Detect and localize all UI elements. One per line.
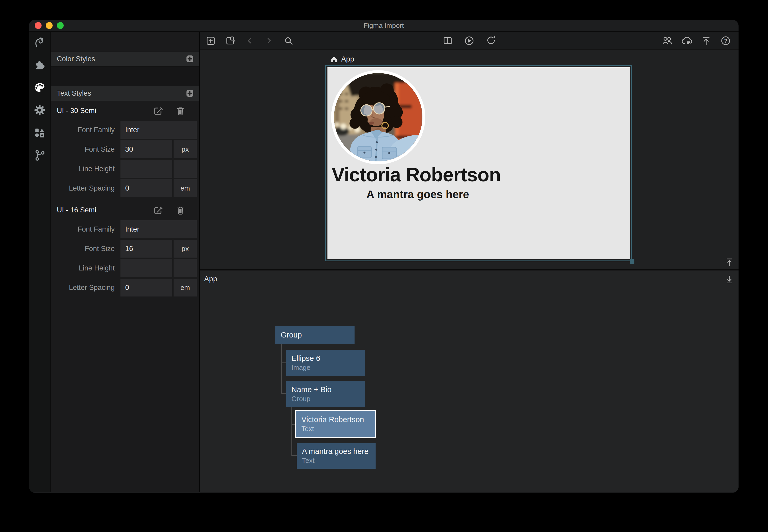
- color-styles-header: Color Styles: [51, 51, 199, 67]
- node-title: Name + Bio: [291, 385, 365, 394]
- delete-style-icon[interactable]: [175, 205, 186, 215]
- profile-photo[interactable]: [331, 70, 425, 164]
- line-height-input[interactable]: [120, 160, 172, 178]
- left-icon-rail: [29, 32, 51, 492]
- line-height-unit[interactable]: [174, 259, 197, 277]
- styles-palette-icon[interactable]: [33, 81, 46, 94]
- line-height-label: Line Height: [51, 259, 120, 277]
- resize-handle[interactable]: [630, 259, 634, 264]
- breadcrumb-label: App: [341, 55, 354, 63]
- line-height-row: Line Height: [51, 160, 199, 178]
- font-family-row: Font Family Inter: [51, 220, 199, 238]
- font-size-unit[interactable]: px: [174, 140, 197, 158]
- preview-play-icon[interactable]: [463, 35, 475, 47]
- styles-panel: Color Styles Text Styles: [51, 32, 200, 492]
- color-styles-empty-area: [51, 67, 199, 86]
- edit-style-icon[interactable]: [152, 105, 163, 116]
- split-view-icon[interactable]: [442, 35, 454, 47]
- tree-connector: [291, 424, 295, 425]
- add-color-style-button[interactable]: [186, 55, 193, 63]
- node-subtitle: Image: [291, 364, 365, 372]
- node-subtitle: Text: [301, 425, 375, 433]
- node-title: Group: [281, 331, 354, 339]
- text-styles-title: Text Styles: [57, 89, 91, 98]
- screen: Figma Import: [0, 0, 768, 532]
- text-style-item-header: UI - 30 Semi: [51, 102, 199, 119]
- text-style-name: UI - 16 Semi: [57, 206, 96, 214]
- refresh-icon[interactable]: [485, 35, 497, 47]
- plugins-icon[interactable]: [33, 59, 46, 71]
- node-subtitle: Group: [291, 395, 365, 403]
- add-text-style-button[interactable]: [186, 90, 193, 97]
- color-styles-title: Color Styles: [57, 55, 95, 63]
- graph-node-group[interactable]: Group: [275, 326, 354, 344]
- styles-panel-spacer: [51, 32, 199, 51]
- nav-back-icon[interactable]: [243, 35, 256, 47]
- node-connections-icon[interactable]: [33, 36, 46, 49]
- deploy-upload-icon[interactable]: [700, 35, 712, 47]
- card-name-text[interactable]: Victoria Robertson: [332, 163, 501, 186]
- letter-spacing-row: Letter Spacing 0 em: [51, 279, 199, 296]
- panel-expand-up-icon[interactable]: [723, 256, 735, 268]
- search-icon[interactable]: [282, 35, 294, 47]
- cloud-services-icon[interactable]: [681, 35, 693, 47]
- version-control-icon[interactable]: [33, 149, 46, 162]
- font-size-row: Font Size 30 px: [51, 140, 199, 158]
- toolbar-right-group: ?: [661, 35, 739, 47]
- line-height-label: Line Height: [51, 160, 120, 178]
- main-toolbar: ?: [200, 32, 739, 50]
- node-subtitle: Text: [302, 457, 375, 465]
- node-title: Victoria Robertson: [301, 415, 375, 424]
- graph-node-mantra-text[interactable]: A mantra goes here Text: [297, 443, 375, 469]
- minimize-window-button[interactable]: [46, 22, 53, 29]
- letter-spacing-unit[interactable]: em: [174, 179, 197, 197]
- font-size-unit[interactable]: px: [174, 240, 197, 258]
- font-size-row: Font Size 16 px: [51, 240, 199, 258]
- letter-spacing-label: Letter Spacing: [51, 279, 120, 296]
- tree-connector: [281, 393, 286, 394]
- font-size-label: Font Size: [51, 240, 120, 258]
- breadcrumb[interactable]: App: [330, 55, 354, 63]
- component-search-icon[interactable]: [224, 35, 236, 47]
- graph-node-victoria-text[interactable]: Victoria Robertson Text: [295, 410, 376, 438]
- delete-style-icon[interactable]: [175, 105, 186, 116]
- nav-forward-icon[interactable]: [263, 35, 275, 47]
- font-size-input[interactable]: 30: [120, 140, 172, 158]
- toolbar-left-group: [200, 35, 294, 47]
- settings-gear-icon[interactable]: [33, 104, 46, 116]
- graph-node-ellipse[interactable]: Ellipse 6 Image: [286, 350, 365, 376]
- edit-style-icon[interactable]: [152, 205, 163, 215]
- help-icon[interactable]: ?: [720, 35, 732, 47]
- canvas-viewport[interactable]: App: [200, 50, 739, 269]
- line-height-unit[interactable]: [174, 160, 197, 178]
- close-window-button[interactable]: [35, 22, 42, 29]
- node-title: A mantra goes here: [302, 447, 375, 456]
- letter-spacing-input[interactable]: 0: [120, 179, 172, 197]
- font-size-input[interactable]: 16: [120, 240, 172, 258]
- traffic-lights: [35, 22, 64, 29]
- collaborators-icon[interactable]: [661, 35, 673, 47]
- add-node-icon[interactable]: [205, 35, 217, 47]
- font-family-input[interactable]: Inter: [120, 220, 197, 238]
- font-family-label: Font Family: [51, 121, 120, 139]
- font-family-input[interactable]: Inter: [120, 121, 197, 139]
- tree-connector: [291, 455, 297, 456]
- letter-spacing-row: Letter Spacing 0 em: [51, 179, 199, 197]
- line-height-input[interactable]: [120, 259, 172, 277]
- tree-connector: [281, 362, 286, 363]
- panel-collapse-down-icon[interactable]: [723, 274, 735, 286]
- zoom-window-button[interactable]: [57, 22, 64, 29]
- letter-spacing-unit[interactable]: em: [174, 279, 197, 296]
- toolbar-center-group: [442, 35, 497, 47]
- window-title: Figma Import: [363, 22, 404, 30]
- font-size-label: Font Size: [51, 140, 120, 158]
- letter-spacing-input[interactable]: 0: [120, 279, 172, 296]
- text-style-actions: [152, 205, 193, 215]
- home-icon: [330, 55, 338, 63]
- node-graph-panel[interactable]: App Group Ellipse 6: [200, 270, 739, 492]
- profile-card[interactable]: Victoria Robertson A mantra goes here: [327, 67, 630, 259]
- components-import-icon[interactable]: [33, 126, 46, 139]
- card-mantra-text[interactable]: A mantra goes here: [366, 188, 469, 201]
- graph-node-name-bio[interactable]: Name + Bio Group: [286, 381, 365, 407]
- main-area: ? App: [200, 32, 739, 492]
